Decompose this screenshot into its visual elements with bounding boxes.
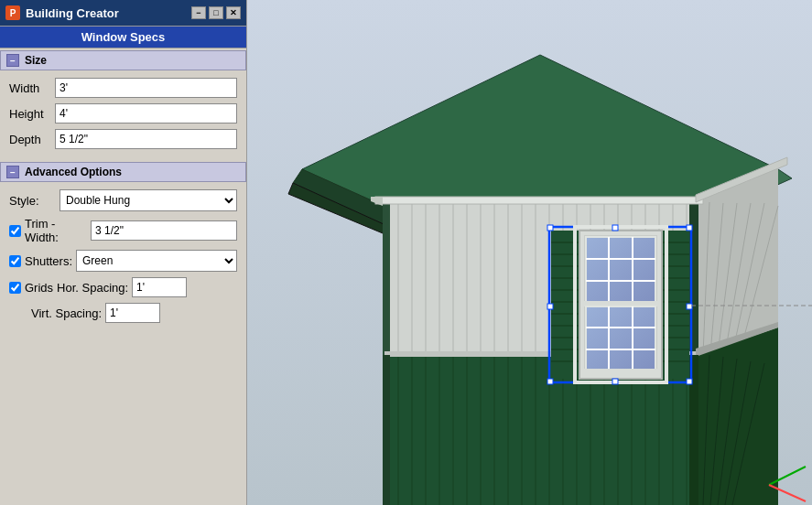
trim-input[interactable]	[91, 220, 237, 241]
hor-spacing-input[interactable]	[132, 277, 187, 297]
style-label: Style:	[9, 194, 60, 208]
trim-checkbox[interactable]	[9, 225, 21, 237]
grids-checkbox[interactable]	[9, 282, 21, 294]
grids-label: Grids	[25, 281, 53, 295]
width-input[interactable]	[55, 78, 237, 98]
building-scene	[247, 0, 812, 505]
left-panel: P Building Creator − □ ✕ Window Specs − …	[0, 0, 247, 505]
height-label: Height	[9, 107, 55, 121]
close-button[interactable]: ✕	[226, 6, 241, 19]
size-label: Size	[25, 54, 47, 67]
height-input[interactable]	[55, 103, 237, 124]
size-collapse-button[interactable]: −	[6, 54, 19, 67]
style-select[interactable]: Double Hung Single Hung Casement Fixed	[60, 189, 237, 211]
title-bar: P Building Creator − □ ✕	[0, 0, 246, 26]
svg-rect-117	[687, 304, 692, 309]
svg-rect-69	[383, 355, 390, 505]
trim-label: Trim - Width:	[25, 217, 87, 244]
advanced-fields: Style: Double Hung Single Hung Casement …	[0, 184, 246, 334]
svg-rect-118	[547, 379, 553, 384]
virt-spacing-input[interactable]	[105, 303, 160, 323]
maximize-button[interactable]: □	[209, 6, 223, 19]
svg-rect-100	[586, 237, 655, 303]
depth-row: Depth	[9, 129, 237, 149]
width-label: Width	[9, 81, 55, 95]
height-row: Height	[9, 103, 237, 124]
virt-spacing-label: Virt. Spacing:	[31, 306, 102, 320]
shutters-select[interactable]: Green White Black Brown	[76, 250, 237, 272]
svg-rect-113	[547, 225, 553, 231]
width-row: Width	[9, 78, 237, 98]
svg-rect-70	[375, 197, 703, 204]
svg-rect-120	[687, 379, 692, 384]
app-title: Building Creator	[26, 6, 119, 20]
size-collapsible-header[interactable]: − Size	[0, 50, 246, 70]
advanced-collapse-button[interactable]: −	[6, 166, 19, 178]
size-fields: Width Height Depth	[0, 72, 246, 160]
advanced-collapsible-header[interactable]: − Advanced Options	[0, 162, 246, 182]
depth-input[interactable]	[55, 129, 237, 149]
minimize-button[interactable]: −	[191, 6, 206, 19]
virt-spacing-row: Virt. Spacing:	[31, 303, 237, 323]
shutters-checkbox[interactable]	[9, 255, 21, 267]
app-icon: P	[5, 5, 20, 20]
trim-row: Trim - Width:	[9, 217, 237, 244]
svg-rect-36	[383, 199, 390, 360]
window-specs-header: Window Specs	[0, 26, 246, 48]
hor-spacing-label: Hor. Spacing:	[57, 281, 128, 295]
advanced-label: Advanced Options	[25, 166, 122, 178]
viewport	[247, 0, 812, 505]
svg-rect-114	[612, 225, 618, 231]
title-bar-left: P Building Creator	[5, 5, 119, 20]
shutters-row: Shutters: Green White Black Brown	[9, 250, 237, 272]
svg-rect-111	[584, 369, 657, 377]
shutters-label: Shutters:	[25, 254, 72, 268]
title-bar-controls: − □ ✕	[191, 6, 241, 19]
depth-label: Depth	[9, 133, 55, 146]
grids-row: Grids Hor. Spacing:	[9, 277, 237, 297]
style-row: Style: Double Hung Single Hung Casement …	[9, 189, 237, 211]
svg-rect-119	[612, 379, 618, 384]
svg-marker-60	[696, 328, 778, 505]
svg-rect-116	[547, 304, 553, 309]
svg-rect-115	[687, 225, 692, 231]
svg-rect-106	[586, 306, 655, 371]
